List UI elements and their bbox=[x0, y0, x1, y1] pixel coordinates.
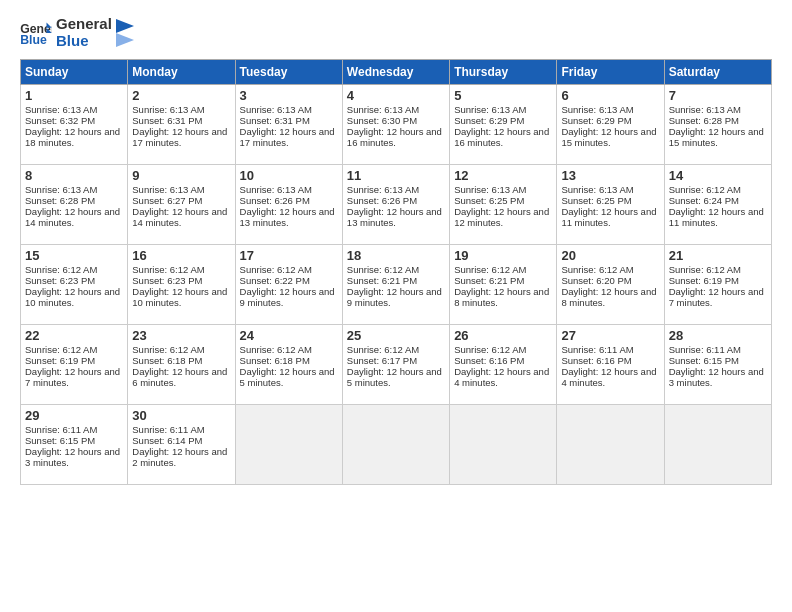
sunset-label: Sunset: 6:19 PM bbox=[25, 355, 95, 366]
calendar-cell: 15Sunrise: 6:12 AMSunset: 6:23 PMDayligh… bbox=[21, 245, 128, 325]
calendar-table: SundayMondayTuesdayWednesdayThursdayFrid… bbox=[20, 59, 772, 485]
day-number: 22 bbox=[25, 328, 123, 343]
daylight-label: Daylight: 12 hours and 12 minutes. bbox=[454, 206, 549, 228]
day-number: 8 bbox=[25, 168, 123, 183]
week-row-4: 22Sunrise: 6:12 AMSunset: 6:19 PMDayligh… bbox=[21, 325, 772, 405]
calendar-cell: 24Sunrise: 6:12 AMSunset: 6:18 PMDayligh… bbox=[235, 325, 342, 405]
sunset-label: Sunset: 6:19 PM bbox=[669, 275, 739, 286]
calendar-cell: 3Sunrise: 6:13 AMSunset: 6:31 PMDaylight… bbox=[235, 85, 342, 165]
sunrise-label: Sunrise: 6:13 AM bbox=[454, 184, 526, 195]
sunset-label: Sunset: 6:26 PM bbox=[240, 195, 310, 206]
day-number: 21 bbox=[669, 248, 767, 263]
sunrise-label: Sunrise: 6:12 AM bbox=[132, 344, 204, 355]
calendar-cell: 6Sunrise: 6:13 AMSunset: 6:29 PMDaylight… bbox=[557, 85, 664, 165]
day-header-sunday: Sunday bbox=[21, 60, 128, 85]
calendar-cell: 17Sunrise: 6:12 AMSunset: 6:22 PMDayligh… bbox=[235, 245, 342, 325]
sunset-label: Sunset: 6:21 PM bbox=[347, 275, 417, 286]
daylight-label: Daylight: 12 hours and 10 minutes. bbox=[25, 286, 120, 308]
daylight-label: Daylight: 12 hours and 10 minutes. bbox=[132, 286, 227, 308]
day-number: 30 bbox=[132, 408, 230, 423]
sunrise-label: Sunrise: 6:12 AM bbox=[454, 344, 526, 355]
sunrise-label: Sunrise: 6:13 AM bbox=[669, 104, 741, 115]
calendar-cell: 27Sunrise: 6:11 AMSunset: 6:16 PMDayligh… bbox=[557, 325, 664, 405]
daylight-label: Daylight: 12 hours and 3 minutes. bbox=[25, 446, 120, 468]
sunrise-label: Sunrise: 6:12 AM bbox=[669, 184, 741, 195]
daylight-label: Daylight: 12 hours and 15 minutes. bbox=[669, 126, 764, 148]
day-number: 29 bbox=[25, 408, 123, 423]
week-row-5: 29Sunrise: 6:11 AMSunset: 6:15 PMDayligh… bbox=[21, 405, 772, 485]
sunset-label: Sunset: 6:18 PM bbox=[240, 355, 310, 366]
sunset-label: Sunset: 6:15 PM bbox=[669, 355, 739, 366]
calendar-cell: 30Sunrise: 6:11 AMSunset: 6:14 PMDayligh… bbox=[128, 405, 235, 485]
sunrise-label: Sunrise: 6:13 AM bbox=[132, 184, 204, 195]
daylight-label: Daylight: 12 hours and 6 minutes. bbox=[132, 366, 227, 388]
sunset-label: Sunset: 6:16 PM bbox=[454, 355, 524, 366]
day-number: 24 bbox=[240, 328, 338, 343]
sunset-label: Sunset: 6:28 PM bbox=[669, 115, 739, 126]
calendar-cell bbox=[235, 405, 342, 485]
sunset-label: Sunset: 6:30 PM bbox=[347, 115, 417, 126]
calendar-cell bbox=[557, 405, 664, 485]
sunset-label: Sunset: 6:31 PM bbox=[240, 115, 310, 126]
calendar-cell: 19Sunrise: 6:12 AMSunset: 6:21 PMDayligh… bbox=[450, 245, 557, 325]
daylight-label: Daylight: 12 hours and 13 minutes. bbox=[240, 206, 335, 228]
calendar-cell: 18Sunrise: 6:12 AMSunset: 6:21 PMDayligh… bbox=[342, 245, 449, 325]
calendar-cell: 14Sunrise: 6:12 AMSunset: 6:24 PMDayligh… bbox=[664, 165, 771, 245]
day-number: 13 bbox=[561, 168, 659, 183]
day-number: 19 bbox=[454, 248, 552, 263]
calendar-cell: 13Sunrise: 6:13 AMSunset: 6:25 PMDayligh… bbox=[557, 165, 664, 245]
daylight-label: Daylight: 12 hours and 13 minutes. bbox=[347, 206, 442, 228]
daylight-label: Daylight: 12 hours and 16 minutes. bbox=[454, 126, 549, 148]
sunrise-label: Sunrise: 6:13 AM bbox=[347, 184, 419, 195]
day-number: 15 bbox=[25, 248, 123, 263]
page-header: General Blue General Blue bbox=[20, 16, 772, 49]
sunrise-label: Sunrise: 6:13 AM bbox=[240, 104, 312, 115]
sunset-label: Sunset: 6:25 PM bbox=[454, 195, 524, 206]
calendar-cell: 23Sunrise: 6:12 AMSunset: 6:18 PMDayligh… bbox=[128, 325, 235, 405]
sunset-label: Sunset: 6:23 PM bbox=[132, 275, 202, 286]
sunrise-label: Sunrise: 6:13 AM bbox=[25, 184, 97, 195]
calendar-cell: 21Sunrise: 6:12 AMSunset: 6:19 PMDayligh… bbox=[664, 245, 771, 325]
day-number: 9 bbox=[132, 168, 230, 183]
calendar-cell: 22Sunrise: 6:12 AMSunset: 6:19 PMDayligh… bbox=[21, 325, 128, 405]
svg-text:Blue: Blue bbox=[20, 32, 47, 46]
week-row-1: 1Sunrise: 6:13 AMSunset: 6:32 PMDaylight… bbox=[21, 85, 772, 165]
daylight-label: Daylight: 12 hours and 16 minutes. bbox=[347, 126, 442, 148]
daylight-label: Daylight: 12 hours and 17 minutes. bbox=[132, 126, 227, 148]
day-number: 6 bbox=[561, 88, 659, 103]
sunrise-label: Sunrise: 6:12 AM bbox=[132, 264, 204, 275]
daylight-label: Daylight: 12 hours and 9 minutes. bbox=[240, 286, 335, 308]
calendar-cell: 2Sunrise: 6:13 AMSunset: 6:31 PMDaylight… bbox=[128, 85, 235, 165]
day-number: 10 bbox=[240, 168, 338, 183]
sunset-label: Sunset: 6:14 PM bbox=[132, 435, 202, 446]
daylight-label: Daylight: 12 hours and 7 minutes. bbox=[669, 286, 764, 308]
day-number: 11 bbox=[347, 168, 445, 183]
logo-icon: General Blue bbox=[20, 19, 52, 47]
sunrise-label: Sunrise: 6:12 AM bbox=[454, 264, 526, 275]
sunrise-label: Sunrise: 6:13 AM bbox=[25, 104, 97, 115]
daylight-label: Daylight: 12 hours and 18 minutes. bbox=[25, 126, 120, 148]
sunset-label: Sunset: 6:26 PM bbox=[347, 195, 417, 206]
daylight-label: Daylight: 12 hours and 17 minutes. bbox=[240, 126, 335, 148]
sunset-label: Sunset: 6:24 PM bbox=[669, 195, 739, 206]
calendar-cell: 5Sunrise: 6:13 AMSunset: 6:29 PMDaylight… bbox=[450, 85, 557, 165]
sunrise-label: Sunrise: 6:11 AM bbox=[669, 344, 741, 355]
day-header-friday: Friday bbox=[557, 60, 664, 85]
daylight-label: Daylight: 12 hours and 11 minutes. bbox=[561, 206, 656, 228]
sunset-label: Sunset: 6:29 PM bbox=[561, 115, 631, 126]
sunset-label: Sunset: 6:31 PM bbox=[132, 115, 202, 126]
calendar-cell: 7Sunrise: 6:13 AMSunset: 6:28 PMDaylight… bbox=[664, 85, 771, 165]
daylight-label: Daylight: 12 hours and 4 minutes. bbox=[561, 366, 656, 388]
sunset-label: Sunset: 6:20 PM bbox=[561, 275, 631, 286]
sunrise-label: Sunrise: 6:12 AM bbox=[347, 344, 419, 355]
calendar-cell: 29Sunrise: 6:11 AMSunset: 6:15 PMDayligh… bbox=[21, 405, 128, 485]
sunset-label: Sunset: 6:25 PM bbox=[561, 195, 631, 206]
sunset-label: Sunset: 6:16 PM bbox=[561, 355, 631, 366]
svg-marker-5 bbox=[116, 33, 134, 47]
sunrise-label: Sunrise: 6:11 AM bbox=[561, 344, 633, 355]
day-header-tuesday: Tuesday bbox=[235, 60, 342, 85]
sunrise-label: Sunrise: 6:12 AM bbox=[25, 344, 97, 355]
sunset-label: Sunset: 6:17 PM bbox=[347, 355, 417, 366]
calendar-cell bbox=[450, 405, 557, 485]
day-number: 23 bbox=[132, 328, 230, 343]
